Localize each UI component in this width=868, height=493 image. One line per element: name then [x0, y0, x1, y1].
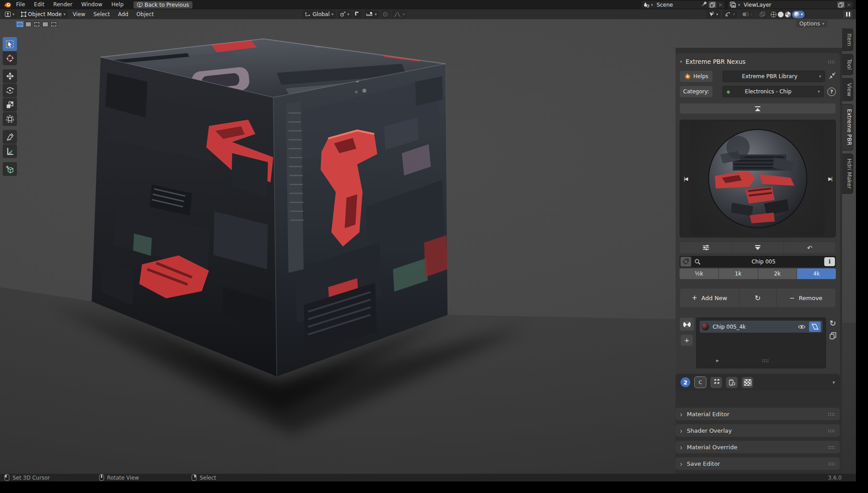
- select-mode-intersect[interactable]: [50, 21, 58, 27]
- menu-add[interactable]: Add: [114, 11, 132, 17]
- eye-icon[interactable]: [798, 324, 805, 330]
- duplicate-material-icon[interactable]: [830, 332, 836, 341]
- tool-measure[interactable]: [3, 144, 17, 158]
- expand-chevron-icon[interactable]: ▾: [832, 380, 835, 385]
- select-mode-extend[interactable]: [25, 21, 32, 27]
- node-editor-button[interactable]: [809, 322, 821, 332]
- help-question-icon[interactable]: ?: [827, 88, 836, 96]
- helps-button[interactable]: Helps: [680, 71, 713, 82]
- info-button[interactable]: i: [824, 257, 835, 266]
- resolution-1k[interactable]: 1k: [719, 268, 758, 279]
- material-sphere-icon: [701, 323, 709, 330]
- tool-rotate[interactable]: [3, 84, 17, 97]
- add-slot-button[interactable]: +: [680, 334, 693, 346]
- add-new-button[interactable]: + Add New: [680, 288, 739, 307]
- back-to-previous-button[interactable]: Back to Previous: [134, 1, 193, 8]
- show-gizmo-toggle[interactable]: ▾: [706, 10, 721, 18]
- preview-undo-button[interactable]: ↶: [784, 242, 835, 253]
- close-icon[interactable]: ×: [847, 1, 851, 8]
- count-badge[interactable]: 2: [680, 377, 690, 387]
- mode-selector[interactable]: Object Mode ▾: [19, 10, 68, 18]
- atlas-button[interactable]: [710, 377, 722, 388]
- close-icon[interactable]: ×: [718, 1, 723, 8]
- scroll-to-top-button[interactable]: [680, 103, 836, 114]
- search-button[interactable]: [692, 257, 703, 267]
- scene-selector[interactable]: ▾ Scene ×: [642, 1, 725, 8]
- toggle-xray[interactable]: ▾: [740, 10, 755, 18]
- snap-with-selector[interactable]: ▾: [364, 10, 379, 18]
- tab-tool[interactable]: Tool: [842, 54, 853, 75]
- refresh-button[interactable]: ↻: [739, 288, 776, 307]
- shading-solid[interactable]: [778, 12, 784, 17]
- shading-material-preview[interactable]: [785, 12, 791, 17]
- resolution-half-k[interactable]: ½k: [680, 268, 718, 279]
- viewport-3d[interactable]: Options ▾: [0, 19, 856, 474]
- material-slot-row[interactable]: Chip 005_4k: [700, 321, 822, 333]
- proportional-falloff-selector[interactable]: ▾: [392, 10, 407, 18]
- tool-transform[interactable]: [3, 112, 17, 126]
- tab-extreme-pbr[interactable]: Extreme PBR: [842, 104, 853, 150]
- tag-button[interactable]: [680, 257, 691, 267]
- paste-button[interactable]: [726, 377, 738, 388]
- pivot-point-selector[interactable]: ▾: [338, 10, 352, 18]
- category-dropdown[interactable]: ◆ Electronics - Chip ▾: [722, 86, 824, 97]
- pin-icon[interactable]: [701, 1, 707, 8]
- collapse-library-icon[interactable]: [829, 72, 836, 80]
- tool-scale[interactable]: [3, 98, 17, 112]
- menu-object[interactable]: Object: [132, 11, 158, 17]
- sync-material-icon[interactable]: ↻: [829, 318, 836, 328]
- preview-settings-button[interactable]: [680, 242, 732, 253]
- select-mode-subtract[interactable]: [33, 21, 41, 27]
- previous-material-button[interactable]: |◀: [680, 120, 691, 237]
- select-mode-invert[interactable]: [42, 21, 49, 27]
- panel-collapse-chevron[interactable]: ▾: [680, 59, 682, 64]
- list-resize-grip[interactable]: [762, 359, 769, 362]
- copy-scene-icon[interactable]: [709, 1, 716, 8]
- shading-wireframe[interactable]: [771, 12, 776, 17]
- viewlayer-selector[interactable]: ▾ ViewLayer ×: [728, 1, 853, 8]
- tool-cursor[interactable]: [3, 51, 17, 65]
- menu-render[interactable]: Render: [49, 0, 77, 9]
- library-dropdown[interactable]: Extreme PBR Library ▾: [722, 71, 825, 82]
- options-dropdown[interactable]: Options ▾: [796, 20, 827, 27]
- section-shader-overlay[interactable]: › Shader Overlay: [676, 424, 840, 437]
- material-name[interactable]: Chip 005: [704, 259, 823, 265]
- tool-select-box[interactable]: [3, 37, 17, 51]
- tool-add-cube[interactable]: [3, 162, 17, 176]
- section-material-override[interactable]: › Material Override: [676, 441, 840, 453]
- resolution-2k[interactable]: 2k: [758, 268, 797, 279]
- remove-button[interactable]: − Remove: [776, 288, 835, 307]
- proportional-editing-toggle[interactable]: [381, 10, 390, 18]
- menu-edit[interactable]: Edit: [29, 0, 49, 9]
- tab-view[interactable]: View: [842, 78, 853, 101]
- menu-help[interactable]: Help: [107, 0, 128, 9]
- menu-select[interactable]: Select: [89, 11, 114, 17]
- menu-window[interactable]: Window: [77, 0, 107, 9]
- panel-grip[interactable]: [828, 60, 835, 63]
- material-preview-toggle[interactable]: [680, 318, 694, 331]
- resolution-4k[interactable]: 4k: [797, 268, 836, 279]
- material-preview-image[interactable]: [691, 122, 825, 235]
- c-button[interactable]: C: [694, 376, 706, 388]
- copy-viewlayer-icon[interactable]: [837, 1, 845, 8]
- next-material-button[interactable]: ▶|: [825, 120, 835, 237]
- tab-item[interactable]: Item: [842, 29, 853, 51]
- tool-move[interactable]: [3, 69, 17, 83]
- tab-hdri-maker[interactable]: Hdri Maker: [842, 154, 853, 194]
- checker-button[interactable]: [742, 377, 753, 388]
- transform-orientation-selector[interactable]: Global ▾: [303, 10, 336, 18]
- pause-bars-button[interactable]: [843, 11, 852, 18]
- snap-toggle[interactable]: [353, 10, 362, 18]
- section-save-editor[interactable]: › Save Editor: [676, 457, 840, 470]
- show-overlays-toggle[interactable]: ▾: [723, 10, 737, 18]
- expand-slot-icon[interactable]: ▸: [716, 357, 719, 363]
- editor-type-selector[interactable]: ▾: [3, 10, 17, 18]
- menu-file[interactable]: File: [12, 0, 29, 9]
- section-material-editor[interactable]: › Material Editor: [676, 408, 840, 420]
- tool-annotate[interactable]: [3, 130, 17, 144]
- shading-rendered[interactable]: ▾: [792, 11, 805, 18]
- preview-filter-button[interactable]: [732, 242, 784, 253]
- render-passes[interactable]: [757, 10, 768, 18]
- menu-view[interactable]: View: [69, 11, 89, 17]
- select-mode-new[interactable]: [16, 21, 24, 27]
